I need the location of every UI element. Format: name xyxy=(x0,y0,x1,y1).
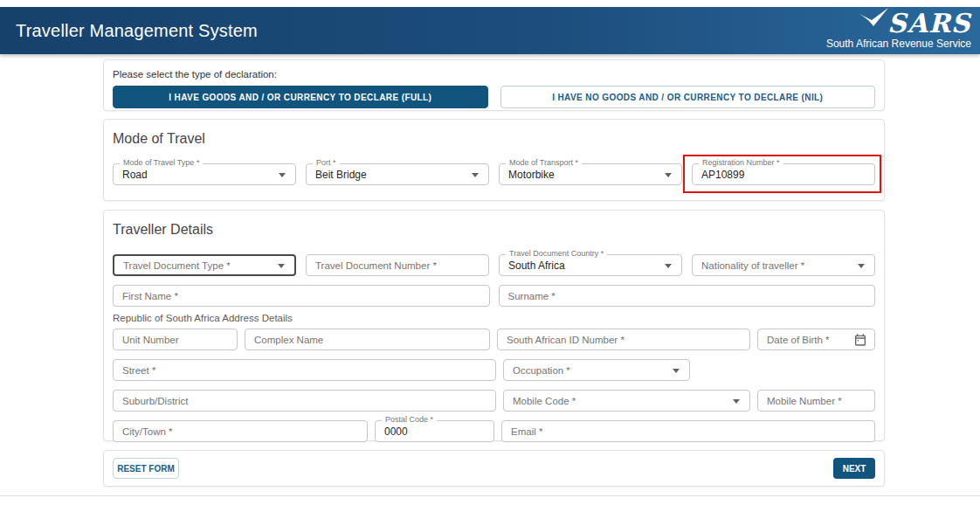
mobile-number-field xyxy=(757,390,875,412)
chevron-down-icon xyxy=(858,264,865,268)
travel-document-country-label: Travel Document Country * xyxy=(506,249,607,259)
unit-number-field xyxy=(113,329,238,350)
travel-document-country-select[interactable]: Travel Document Country * South Africa xyxy=(499,254,682,276)
date-of-birth-field xyxy=(757,329,875,350)
registration-number-cell: Registration Number * xyxy=(692,163,875,185)
postal-code-input[interactable] xyxy=(384,426,485,438)
traveller-row-6: Postal Code * xyxy=(113,420,875,442)
traveller-row-3 xyxy=(113,329,875,350)
sa-id-number-field xyxy=(497,329,750,350)
nationality-label: Nationality of traveller * xyxy=(701,260,804,271)
mode-of-travel-type-label: Mode of Travel Type * xyxy=(120,158,203,168)
row-4-spacer xyxy=(697,359,875,381)
mode-of-transport-value: Motorbike xyxy=(508,169,555,181)
registration-number-field: Registration Number * xyxy=(692,163,875,185)
traveller-row-4: Occupation * xyxy=(113,359,875,381)
traveller-row-2 xyxy=(113,285,875,307)
chevron-down-icon xyxy=(673,369,680,373)
occupation-select[interactable]: Occupation * xyxy=(503,359,690,381)
sa-id-number-input[interactable] xyxy=(507,334,741,346)
travel-document-number-input[interactable] xyxy=(315,259,480,272)
calendar-icon[interactable] xyxy=(853,333,867,347)
port-select[interactable]: Port * Beit Bridge xyxy=(306,163,489,185)
chevron-down-icon xyxy=(665,173,672,177)
footer-card: RESET FORM NEXT xyxy=(103,450,885,487)
suburb-field xyxy=(113,390,496,412)
surname-field xyxy=(499,285,876,307)
sars-logo-subtitle: South African Revenue Service xyxy=(826,38,971,50)
email-input[interactable] xyxy=(511,426,866,438)
complex-name-field xyxy=(245,329,490,350)
suburb-input[interactable] xyxy=(122,395,487,407)
port-value: Beit Bridge xyxy=(315,169,367,181)
mobile-code-select[interactable]: Mobile Code * xyxy=(503,390,750,412)
address-details-subheading: Republic of South Africa Address Details xyxy=(113,313,875,323)
traveller-row-1: Travel Document Type * Travel Document C… xyxy=(113,254,875,276)
chevron-down-icon xyxy=(278,264,285,268)
mode-of-travel-card: Mode of Travel Mode of Travel Type * Roa… xyxy=(103,119,885,201)
declaration-prompt: Please select the type of declaration: xyxy=(113,69,875,80)
travel-document-country-value: South Africa xyxy=(508,259,565,272)
street-field xyxy=(113,359,496,381)
mode-of-travel-type-value: Road xyxy=(122,169,148,181)
traveller-details-card: Traveller Details Travel Document Type *… xyxy=(103,210,885,441)
first-name-field xyxy=(113,285,490,307)
page-bottom-divider xyxy=(0,495,980,496)
declare-full-button[interactable]: I HAVE GOODS AND / OR CURRENCY TO DECLAR… xyxy=(113,86,488,108)
travel-document-type-select[interactable]: Travel Document Type * xyxy=(113,254,296,276)
mobile-code-label: Mobile Code * xyxy=(513,396,576,406)
chevron-down-icon xyxy=(472,173,479,177)
port-label: Port * xyxy=(313,158,340,168)
mode-of-travel-type-select[interactable]: Mode of Travel Type * Road xyxy=(113,163,296,185)
mode-of-travel-heading: Mode of Travel xyxy=(113,131,875,147)
traveller-details-heading: Traveller Details xyxy=(113,222,875,238)
city-input[interactable] xyxy=(122,426,358,438)
unit-number-input[interactable] xyxy=(122,334,228,346)
nationality-select[interactable]: Nationality of traveller * xyxy=(692,254,875,276)
sars-logo: SARS South African Revenue Service xyxy=(840,7,973,54)
traveller-row-5: Mobile Code * xyxy=(113,390,875,412)
street-input[interactable] xyxy=(122,364,487,377)
app-title: Traveller Management System xyxy=(16,21,258,41)
registration-number-label: Registration Number * xyxy=(699,158,783,168)
mobile-number-input[interactable] xyxy=(767,395,866,407)
reset-form-button[interactable]: RESET FORM xyxy=(113,458,179,479)
postal-code-field: Postal Code * xyxy=(375,420,494,442)
city-field xyxy=(113,420,368,442)
next-button[interactable]: NEXT xyxy=(833,458,875,479)
travel-document-type-label: Travel Document Type * xyxy=(123,260,231,271)
mode-of-transport-select[interactable]: Mode of Transport * Motorbike xyxy=(499,163,682,185)
chevron-down-icon xyxy=(733,399,740,404)
declare-nil-button[interactable]: I HAVE NO GOODS AND / OR CURRENCY TO DEC… xyxy=(500,86,876,108)
chevron-down-icon xyxy=(279,173,286,177)
travel-document-number-field xyxy=(306,254,489,276)
sars-logo-icon: SARS xyxy=(840,7,973,38)
declaration-button-row: I HAVE GOODS AND / OR CURRENCY TO DECLAR… xyxy=(113,86,875,108)
occupation-label: Occupation * xyxy=(513,365,570,376)
app-header: Traveller Management System SARS South A… xyxy=(0,7,980,54)
declaration-card: Please select the type of declaration: I… xyxy=(103,59,885,111)
email-field xyxy=(501,420,875,442)
chevron-down-icon xyxy=(665,264,672,268)
registration-number-input[interactable] xyxy=(701,169,866,181)
mode-of-transport-label: Mode of Transport * xyxy=(506,158,582,168)
complex-name-input[interactable] xyxy=(254,334,480,346)
svg-text:SARS: SARS xyxy=(887,8,972,38)
date-of-birth-input[interactable] xyxy=(767,334,853,346)
surname-input[interactable] xyxy=(508,290,866,302)
postal-code-label: Postal Code * xyxy=(382,415,437,425)
mode-of-travel-row: Mode of Travel Type * Road Port * Beit B… xyxy=(113,163,875,185)
first-name-input[interactable] xyxy=(122,290,480,302)
